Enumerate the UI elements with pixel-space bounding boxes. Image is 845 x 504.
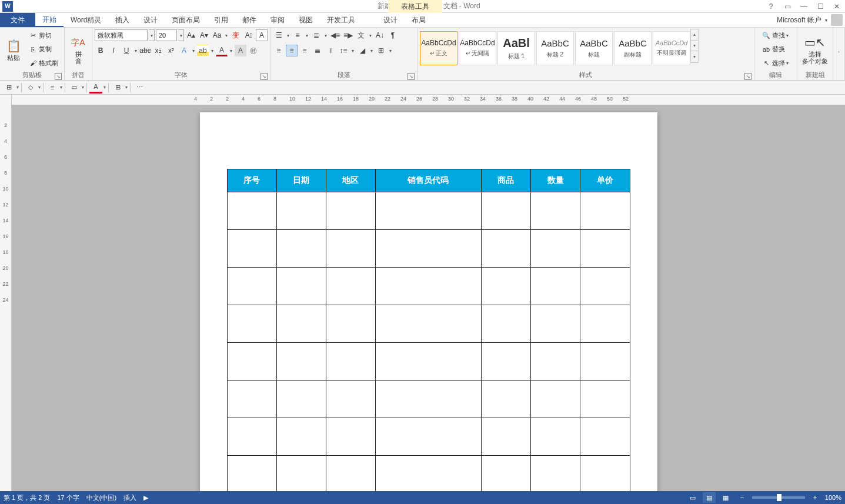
font-size-select[interactable]: 20 xyxy=(156,29,177,41)
bold-button[interactable]: B xyxy=(95,45,106,56)
table-cell[interactable] xyxy=(376,305,482,343)
qat-item[interactable]: ⊞ xyxy=(111,82,124,94)
cut-button[interactable]: ✂剪切 xyxy=(26,30,61,42)
table-cell[interactable] xyxy=(227,380,276,418)
find-button[interactable]: 🔍查找▾ xyxy=(759,30,792,42)
chevron-down-icon[interactable]: ▾ xyxy=(133,48,138,54)
table-cell[interactable] xyxy=(227,230,276,268)
shrink-font-button[interactable]: A▾ xyxy=(198,29,210,41)
table-cell[interactable] xyxy=(481,230,530,268)
arrow-down-icon[interactable]: ▾ xyxy=(691,41,698,52)
tab-table-design[interactable]: 设计 xyxy=(376,13,405,27)
qat-item[interactable]: ≡ xyxy=(46,82,59,94)
chevron-down-icon[interactable]: ▾ xyxy=(388,48,393,54)
chevron-down-icon[interactable]: ▾ xyxy=(224,33,229,38)
chevron-down-icon[interactable]: ▾ xyxy=(178,29,184,41)
table-cell[interactable] xyxy=(531,230,580,268)
page[interactable]: 序号日期地区销售员代码商品数量单价 xyxy=(200,112,657,491)
paste-button[interactable]: 📋 粘贴 xyxy=(2,29,25,70)
strikethrough-button[interactable]: abc xyxy=(139,45,151,56)
change-case-button[interactable]: Aa xyxy=(211,29,223,41)
grow-font-button[interactable]: A▴ xyxy=(185,29,197,41)
table-cell[interactable] xyxy=(276,418,326,456)
tab-file[interactable]: 文件 xyxy=(0,13,35,27)
arrow-up-icon[interactable]: ▴ xyxy=(691,29,698,41)
table-cell[interactable] xyxy=(326,456,375,492)
status-language[interactable]: 中文(中国) xyxy=(86,493,116,502)
multilevel-list-button[interactable]: ≣ xyxy=(310,29,322,41)
minimize-icon[interactable]: — xyxy=(796,0,812,13)
table-cell[interactable] xyxy=(580,380,630,418)
qat-item[interactable]: ▭ xyxy=(68,82,81,94)
horizontal-ruler[interactable]: 4224681012141618202224262830323436384042… xyxy=(12,95,845,105)
qat-overflow[interactable]: ⋯ xyxy=(133,82,146,94)
print-layout-icon[interactable]: ▤ xyxy=(703,492,716,503)
table-cell[interactable] xyxy=(580,343,630,380)
font-color-button[interactable]: A xyxy=(216,45,228,56)
table-cell[interactable] xyxy=(276,380,326,418)
character-border-button[interactable]: A xyxy=(256,29,268,41)
table-cell[interactable] xyxy=(326,418,375,456)
table-cell[interactable] xyxy=(580,418,630,456)
table-cell[interactable] xyxy=(276,268,326,305)
zoom-level[interactable]: 100% xyxy=(825,494,841,501)
table-cell[interactable] xyxy=(227,192,276,230)
account-dropdown-icon[interactable]: ▾ xyxy=(824,18,829,23)
chevron-down-icon[interactable]: ▾ xyxy=(210,48,215,54)
chevron-down-icon[interactable]: ▾ xyxy=(368,33,373,38)
superscript-button[interactable]: x² xyxy=(165,45,177,56)
dialog-launcher-icon[interactable]: ↘ xyxy=(55,73,62,80)
table-cell[interactable] xyxy=(376,268,482,305)
table-header-cell[interactable]: 商品 xyxy=(481,169,530,192)
table-cell[interactable] xyxy=(531,380,580,418)
zoom-slider[interactable] xyxy=(752,496,805,499)
table-header-cell[interactable]: 序号 xyxy=(227,169,276,192)
slider-thumb[interactable] xyxy=(777,494,781,501)
vertical-ruler[interactable]: 24681012141618202224 xyxy=(0,95,12,491)
borders-button[interactable]: ⊞ xyxy=(375,45,387,56)
table-cell[interactable] xyxy=(276,230,326,268)
status-mode[interactable]: 插入 xyxy=(123,493,136,502)
table-cell[interactable] xyxy=(580,305,630,343)
select-button[interactable]: ↖选择▾ xyxy=(759,57,792,69)
table-cell[interactable] xyxy=(481,305,530,343)
chevron-down-icon[interactable]: ▾ xyxy=(305,33,309,38)
numbering-button[interactable]: ≡ xyxy=(292,29,303,41)
table-cell[interactable] xyxy=(376,230,482,268)
italic-button[interactable]: I xyxy=(108,45,119,56)
table-row[interactable] xyxy=(227,343,630,380)
table-row[interactable] xyxy=(227,268,630,305)
account-label[interactable]: Microsoft 帐户 xyxy=(777,15,821,25)
line-spacing-button[interactable]: ↕≡ xyxy=(338,45,349,56)
tab-review[interactable]: 审阅 xyxy=(263,13,292,27)
chevron-down-icon[interactable]: ▾ xyxy=(785,33,790,38)
tab-mailings[interactable]: 邮件 xyxy=(235,13,263,27)
asian-layout-button[interactable]: 文 xyxy=(355,29,367,41)
dialog-launcher-icon[interactable]: ↘ xyxy=(744,73,752,80)
tab-home[interactable]: 开始 xyxy=(35,13,64,27)
select-multiple-objects-button[interactable]: ▭↖ 选择多个对象 xyxy=(800,29,830,70)
text-effects-button[interactable]: A xyxy=(178,45,190,56)
table-cell[interactable] xyxy=(531,305,580,343)
table-header-cell[interactable]: 日期 xyxy=(276,169,326,192)
read-mode-icon[interactable]: ▭ xyxy=(686,492,699,503)
zoom-in-icon[interactable]: + xyxy=(809,492,821,503)
table-cell[interactable] xyxy=(326,343,375,380)
table-cell[interactable] xyxy=(326,230,375,268)
table-cell[interactable] xyxy=(376,418,482,456)
style-item[interactable]: AaBbC标题 2 xyxy=(536,31,574,65)
dialog-launcher-icon[interactable]: ↘ xyxy=(408,73,415,80)
decrease-indent-button[interactable]: ◀≡ xyxy=(329,29,341,41)
table-cell[interactable] xyxy=(580,268,630,305)
clear-formatting-button[interactable]: A⃠ xyxy=(243,29,255,41)
table-cell[interactable] xyxy=(227,343,276,380)
table-cell[interactable] xyxy=(531,192,580,230)
chevron-down-icon[interactable]: ▾ xyxy=(350,48,355,54)
tab-insert[interactable]: 插入 xyxy=(108,13,136,27)
table-cell[interactable] xyxy=(376,343,482,380)
table-cell[interactable] xyxy=(276,305,326,343)
table-cell[interactable] xyxy=(376,380,482,418)
table-cell[interactable] xyxy=(580,192,630,230)
table-cell[interactable] xyxy=(276,192,326,230)
increase-indent-button[interactable]: ≡▶ xyxy=(342,29,354,41)
